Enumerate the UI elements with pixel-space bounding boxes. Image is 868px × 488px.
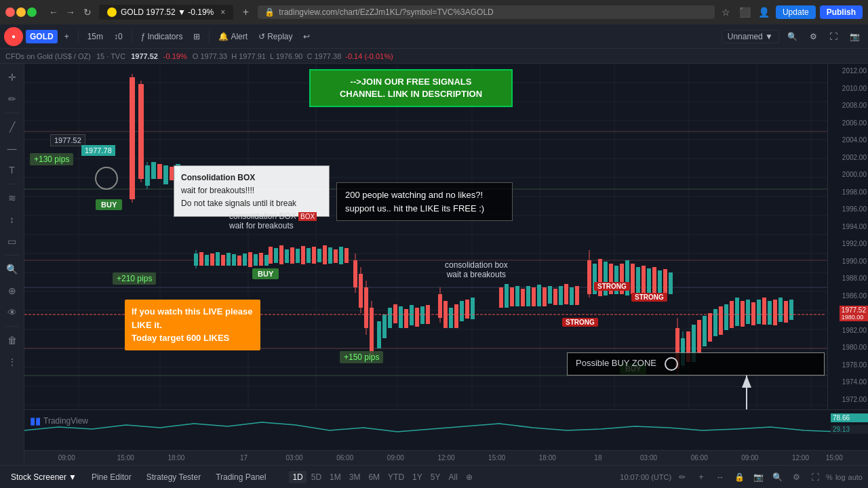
unnamed-btn[interactable]: Unnamed ▼	[722, 30, 779, 43]
tf-all[interactable]: All	[445, 471, 460, 483]
tab-close-icon[interactable]: ×	[220, 7, 225, 17]
tf-5d[interactable]: 5D	[308, 471, 325, 483]
screenshot-icon[interactable]: 📷	[750, 469, 766, 485]
fullscreen-icon[interactable]: ⛶	[807, 469, 823, 485]
zoom-tool[interactable]: 🔍	[3, 260, 22, 279]
bookmark-icon[interactable]: ☆	[719, 5, 734, 20]
open-label: O 1977.33	[193, 52, 227, 60]
low-value: 1976.90	[276, 52, 303, 60]
zoom-out-icon[interactable]: 🔍	[769, 469, 785, 485]
time-1500: 15:00	[117, 454, 134, 462]
price-box-val1: 1977.52	[54, 136, 81, 144]
high-label: H 1977.91	[231, 52, 266, 60]
log-label: log	[835, 473, 846, 481]
chart-canvas[interactable]: -->JOIN OUR FREE SIGNALS CHANNEL. LINK I…	[24, 64, 827, 409]
browser-tab[interactable]: GOLD 1977.52 ▼ -0.19% ×	[99, 5, 233, 20]
unnamed-label: Unnamed	[728, 32, 763, 41]
eye-tool[interactable]: 👁	[3, 303, 22, 322]
pips-150-label: +150 pips	[340, 351, 383, 363]
alert-btn[interactable]: 🔔 Alert	[214, 30, 252, 43]
replay-btn[interactable]: ↺ Replay	[254, 30, 296, 43]
strategy-tester-btn[interactable]: Strategy Tester	[141, 471, 206, 483]
lt-sep3	[5, 255, 19, 256]
win-min-btn[interactable]	[16, 7, 26, 17]
more-tools[interactable]: ⋮	[3, 352, 22, 371]
svg-rect-75	[344, 248, 349, 263]
like-line2: Today target 600 LIKES	[132, 331, 254, 345]
consolidation-box-annotation: Consolidation BOX wait for breakouts!!!!…	[174, 165, 330, 217]
svg-rect-87	[393, 304, 397, 323]
horizontal-line-tool[interactable]: —	[3, 139, 22, 158]
update-button[interactable]: Update	[776, 5, 816, 19]
search-btn[interactable]: 🔍	[783, 30, 802, 43]
win-max-btn[interactable]	[27, 7, 37, 17]
stock-screener-label: Stock Screener	[11, 472, 66, 482]
symbol-btn[interactable]: GOLD	[26, 30, 58, 43]
crosshair-icon[interactable]: +	[693, 469, 709, 485]
price-1992: 1992.00	[842, 240, 867, 247]
current-price-axis-val: 1977.52	[842, 306, 866, 314]
svg-rect-64	[285, 249, 289, 263]
fibonacci-tool[interactable]: ≋	[3, 188, 22, 207]
price-range-tool[interactable]: ↕	[3, 210, 22, 229]
line-tool[interactable]: ╱	[3, 117, 22, 136]
stock-screener-btn[interactable]: Stock Screener ▼	[5, 471, 82, 483]
tf-compare-btn[interactable]: ⊕	[462, 471, 476, 483]
win-close-btn[interactable]	[5, 7, 15, 17]
tf-6m[interactable]: 6M	[365, 471, 383, 483]
tf-5y[interactable]: 5Y	[427, 471, 444, 483]
lock-icon[interactable]: 🔒	[731, 469, 747, 485]
tf-ytd[interactable]: YTD	[384, 471, 408, 483]
fullscreen-btn[interactable]: ⛶	[825, 30, 842, 43]
pine-editor-btn[interactable]: Pine Editor	[86, 471, 137, 483]
svg-rect-91	[415, 308, 419, 327]
draw-tool[interactable]: ✏	[3, 89, 22, 108]
svg-rect-54	[232, 254, 236, 266]
magnet-tool[interactable]: ⊕	[3, 281, 22, 300]
trading-panel-btn[interactable]: Trading Panel	[210, 471, 271, 483]
svg-rect-92	[420, 306, 425, 324]
svg-rect-116	[575, 286, 579, 305]
refresh-btn[interactable]: ↻	[80, 5, 95, 20]
text-tool[interactable]: T	[3, 161, 22, 180]
forward-btn[interactable]: →	[63, 5, 78, 20]
svg-rect-52	[221, 255, 225, 266]
settings-icon[interactable]: ⚙	[788, 469, 804, 485]
svg-rect-157	[789, 300, 793, 320]
join-signals-banner: -->JOIN OUR FREE SIGNALS CHANNEL. LINK I…	[309, 69, 513, 107]
svg-rect-60	[264, 255, 269, 266]
tf-3m[interactable]: 3M	[346, 471, 364, 483]
time-1500b: 15:00	[488, 454, 505, 462]
svg-rect-41	[151, 162, 156, 179]
drawing-tools-icon[interactable]: ✏	[674, 469, 690, 485]
rectangle-tool[interactable]: ▭	[3, 232, 22, 251]
indicators-label: Indicators	[147, 32, 182, 41]
tf-1d[interactable]: 1D	[289, 471, 306, 483]
undo-btn[interactable]: ↩	[299, 30, 314, 43]
indicators-btn[interactable]: ƒ Indicators	[137, 30, 187, 43]
profile-icon[interactable]: 👤	[757, 5, 772, 20]
measure-icon[interactable]: ↔	[712, 469, 728, 485]
lt-sep4	[5, 326, 19, 327]
extensions-icon[interactable]: ⬛	[738, 5, 753, 20]
toolbar-separator2	[132, 30, 132, 43]
price-1996: 1996.00	[842, 205, 867, 213]
address-bar[interactable]: 🔒 tradingview.com/chart/EzZJm1KL/?symbol…	[258, 5, 715, 19]
svg-rect-49	[205, 255, 209, 266]
svg-rect-149	[746, 300, 750, 324]
new-tab-btn[interactable]: +	[237, 4, 254, 20]
chevron-down-icon: ▼	[68, 472, 77, 482]
publish-button[interactable]: Publish	[820, 5, 863, 19]
crosshair-tool[interactable]: ✛	[3, 68, 22, 87]
tf-1y[interactable]: 1Y	[409, 471, 426, 483]
settings-btn[interactable]: ⚙	[806, 30, 821, 43]
add-symbol-btn[interactable]: +	[60, 30, 73, 43]
snapshot-btn[interactable]: 📷	[846, 30, 864, 43]
svg-marker-160	[742, 375, 751, 388]
timeframe-btn[interactable]: 15m	[83, 30, 107, 43]
templates-btn[interactable]: ⊞	[189, 30, 204, 43]
tick-btn[interactable]: ↕0	[110, 30, 127, 43]
back-btn[interactable]: ←	[46, 5, 61, 20]
tf-1m[interactable]: 1M	[326, 471, 344, 483]
trash-tool[interactable]: 🗑	[3, 331, 22, 350]
